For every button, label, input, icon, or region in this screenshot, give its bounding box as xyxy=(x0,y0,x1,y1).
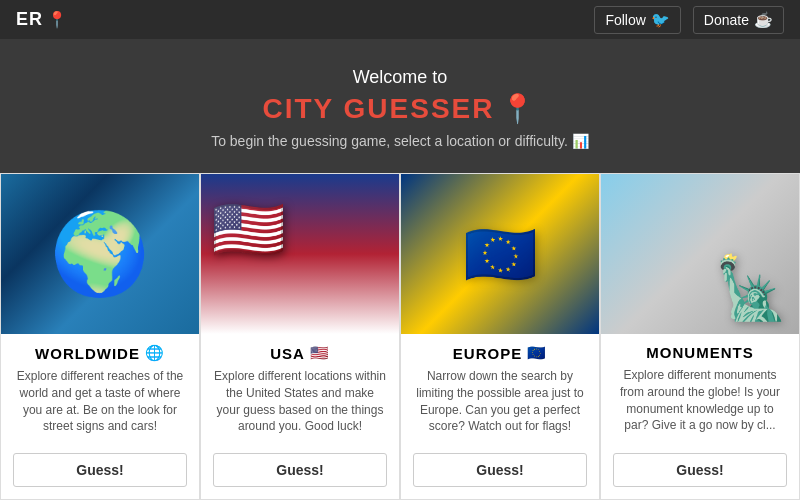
hero-subtitle: To begin the guessing game, select a loc… xyxy=(20,133,780,149)
card-desc-usa: Explore different locations within the U… xyxy=(213,368,387,435)
card-title-text: MONUMENTS xyxy=(646,344,753,361)
header-nav: Follow 🐦 Donate ☕ xyxy=(594,6,784,34)
card-title-monuments: MONUMENTS xyxy=(613,344,787,361)
hero-title-text: CITY GUESSER xyxy=(263,93,495,125)
card-title-text: USA xyxy=(270,345,305,362)
chart-icon: 📊 xyxy=(572,133,589,149)
card-image-usa xyxy=(201,174,399,334)
card-image-europe xyxy=(401,174,599,334)
card-title-text: WORLDWIDE xyxy=(35,345,140,362)
card-image-worldwide xyxy=(1,174,199,334)
card-title-text: EUROPE xyxy=(453,345,522,362)
card-title-emoji: 🌐 xyxy=(145,344,165,362)
donate-label: Donate xyxy=(704,12,749,28)
card-body-europe: EUROPE 🇪🇺 Narrow down the search by limi… xyxy=(401,334,599,443)
header-logo-area: ER 📍 xyxy=(16,9,67,30)
card-worldwide: WORLDWIDE 🌐 Explore different reaches of… xyxy=(0,173,200,500)
cards-section: WORLDWIDE 🌐 Explore different reaches of… xyxy=(0,173,800,500)
card-title-emoji: 🇺🇸 xyxy=(310,344,330,362)
guess-button-monuments[interactable]: Guess! xyxy=(613,453,787,487)
site-logo: ER xyxy=(16,9,43,30)
twitter-icon: 🐦 xyxy=(651,11,670,29)
follow-button[interactable]: Follow 🐦 xyxy=(594,6,680,34)
hero-welcome-text: Welcome to xyxy=(20,67,780,88)
card-title-emoji: 🇪🇺 xyxy=(527,344,547,362)
guess-button-worldwide[interactable]: Guess! xyxy=(13,453,187,487)
guess-button-usa[interactable]: Guess! xyxy=(213,453,387,487)
header: ER 📍 Follow 🐦 Donate ☕ xyxy=(0,0,800,39)
hero-title-pin: 📍 xyxy=(500,92,537,125)
card-title-worldwide: WORLDWIDE 🌐 xyxy=(13,344,187,362)
hero-subtitle-text: To begin the guessing game, select a loc… xyxy=(211,133,568,149)
coffee-icon: ☕ xyxy=(754,11,773,29)
hero-section: Welcome to CITY GUESSER 📍 To begin the g… xyxy=(0,39,800,173)
logo-pin-icon: 📍 xyxy=(47,10,67,29)
card-title-europe: EUROPE 🇪🇺 xyxy=(413,344,587,362)
card-body-monuments: MONUMENTS Explore different monuments fr… xyxy=(601,334,799,443)
card-title-usa: USA 🇺🇸 xyxy=(213,344,387,362)
card-body-worldwide: WORLDWIDE 🌐 Explore different reaches of… xyxy=(1,334,199,443)
hero-title: CITY GUESSER 📍 xyxy=(20,92,780,125)
guess-button-europe[interactable]: Guess! xyxy=(413,453,587,487)
card-body-usa: USA 🇺🇸 Explore different locations withi… xyxy=(201,334,399,443)
card-europe: EUROPE 🇪🇺 Narrow down the search by limi… xyxy=(400,173,600,500)
card-usa: USA 🇺🇸 Explore different locations withi… xyxy=(200,173,400,500)
card-desc-europe: Narrow down the search by limiting the p… xyxy=(413,368,587,435)
donate-button[interactable]: Donate ☕ xyxy=(693,6,784,34)
card-monuments: MONUMENTS Explore different monuments fr… xyxy=(600,173,800,500)
card-desc-worldwide: Explore different reaches of the world a… xyxy=(13,368,187,435)
follow-label: Follow xyxy=(605,12,645,28)
card-desc-monuments: Explore different monuments from around … xyxy=(613,367,787,435)
card-image-monuments xyxy=(601,174,799,334)
